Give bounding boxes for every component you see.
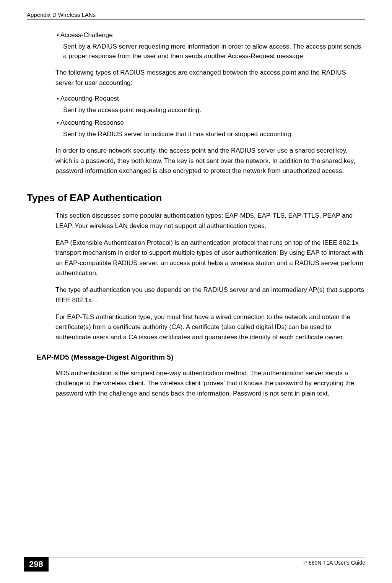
bullet-label: Accounting-Response — [57, 119, 124, 126]
paragraph: In order to ensure network security, the… — [55, 146, 365, 176]
running-footer: 298 P-660N-T1A User’s Guide — [27, 557, 365, 572]
guide-name: P-660N-T1A User’s Guide — [303, 557, 365, 566]
paragraph: EAP (Extensible Authentication Protocol)… — [55, 238, 365, 278]
bullet-body: Sent by the access point requesting acco… — [63, 106, 365, 115]
bullet-label: Access-Challenge — [57, 31, 113, 39]
page-content: Access-Challenge Sent by a RADIUS server… — [27, 20, 365, 399]
header-left: Appendix D Wireless LANs — [27, 11, 96, 18]
subsection-title-eap-md5: EAP-MD5 (Message-Digest Algorithm 5) — [36, 353, 365, 362]
paragraph: The type of authentication you use depen… — [55, 285, 365, 305]
paragraph: For EAP-TLS authentication type, you mus… — [55, 312, 365, 342]
bullet-label: Accounting-Request — [57, 95, 119, 102]
page-number: 298 — [24, 557, 49, 572]
paragraph: This section discusses some popular auth… — [55, 211, 365, 231]
bullet-access-challenge: Access-Challenge Sent by a RADIUS server… — [55, 31, 365, 61]
paragraph: MD5 authentication is the simplest one-w… — [55, 368, 365, 399]
bullet-body: Sent by the RADIUS server to indicate th… — [63, 130, 365, 139]
bullet-body: Sent by a RADIUS server requesting more … — [63, 42, 365, 61]
bullet-accounting-response: Accounting-Response Sent by the RADIUS s… — [55, 119, 365, 139]
section-title-eap-types: Types of EAP Authentication — [27, 192, 365, 204]
paragraph: The following types of RADIUS messages a… — [55, 68, 365, 88]
bullet-accounting-request: Accounting-Request Sent by the access po… — [55, 95, 365, 115]
running-header: Appendix D Wireless LANs — [27, 11, 365, 20]
